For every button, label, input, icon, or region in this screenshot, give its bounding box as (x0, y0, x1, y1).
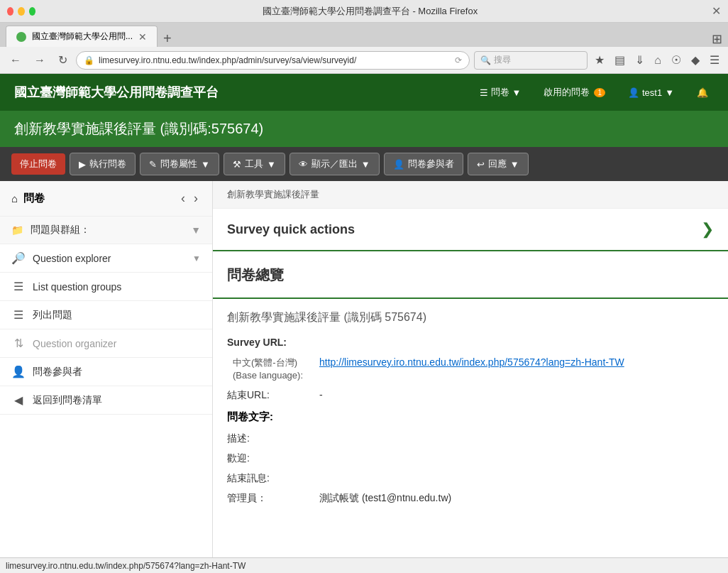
pocket-icon[interactable]: ◆ (688, 52, 702, 68)
tools-button[interactable]: ⚒ 工具 ▼ (224, 153, 285, 175)
header-nav: ☰ 問卷 ▼ 啟用的問卷 1 👤 test1 ▼ 🔔 (474, 83, 715, 102)
browser-title-bar: 國立臺灣師範大學公用問卷調查平台 - Mozilla Firefox ✕ (0, 0, 728, 23)
sidebar-item-question-organizer[interactable]: ⇅ Question organizer (0, 329, 212, 358)
end-url-row: 結束URL: - (227, 389, 714, 402)
question-organizer-icon: ⇅ (11, 337, 26, 350)
properties-button[interactable]: ✎ 問卷屬性 ▼ (140, 153, 219, 175)
browser-tab-active[interactable]: 國立臺灣師範大學公用問... ✕ (6, 26, 158, 47)
survey-url-link[interactable]: http://limesurvey.iro.ntnu.edu.tw/index.… (319, 356, 624, 368)
surveys-icon: ☰ (480, 87, 488, 98)
participants-sidebar-icon: 👤 (11, 365, 26, 378)
sidebar-item-participants[interactable]: 👤 問卷參與者 (0, 358, 212, 386)
run-survey-button[interactable]: ▶ 執行問卷 (70, 153, 136, 175)
bookmark-icon[interactable]: ★ (592, 52, 607, 68)
browser-search-box[interactable]: 🔍 搜尋 (474, 51, 588, 70)
participants-icon: 👤 (393, 159, 404, 170)
tab-grid-icon[interactable]: ⊞ (712, 31, 722, 47)
content-area: 創新教學實施課後評量 Survey quick actions ❯ 問卷總覽 創… (213, 181, 728, 573)
browser-title: 國立臺灣師範大學公用問卷調查平台 - Mozilla Firefox (35, 5, 705, 18)
overview-title: 問卷總覽 (227, 266, 714, 285)
page-title-bar: 創新教學實施課後評量 (識別碼:575674) (0, 111, 728, 147)
search-icon: 🔍 (480, 55, 491, 65)
sidebar-item-list-questions[interactable]: ☰ 列出問題 (0, 301, 212, 329)
tools-icon: ⚒ (233, 159, 241, 170)
address-refresh-icon[interactable]: ⟳ (455, 55, 462, 65)
action-toolbar: 停止問卷 ▶ 執行問卷 ✎ 問卷屬性 ▼ ⚒ 工具 ▼ 👁 顯示／匯出 ▼ 👤 … (0, 147, 728, 181)
browser-maximize-btn[interactable] (29, 7, 35, 16)
quick-actions-arrow: ❯ (701, 220, 714, 239)
participants-button[interactable]: 👤 問卷參與者 (384, 153, 463, 175)
tab-close-icon[interactable]: ✕ (138, 31, 147, 43)
list-groups-icon: ☰ (11, 280, 26, 293)
home-icon[interactable]: ⌂ (651, 53, 664, 68)
sidebar-item-list-groups[interactable]: ☰ List question groups (0, 273, 212, 301)
welcome-row: 歡迎: (227, 452, 714, 465)
sidebar-next-arrow[interactable]: › (191, 190, 201, 207)
question-explorer-arrow: ▼ (192, 253, 201, 263)
address-field[interactable]: 🔒 limesurvey.iro.ntnu.edu.tw/index.php/a… (76, 51, 470, 70)
folder-icon: 📁 (11, 224, 23, 236)
browser-status-bar: limesurvey.iro.ntnu.edu.tw/index.php/575… (0, 557, 728, 573)
menu-icon[interactable]: ☰ (707, 52, 722, 68)
app-header: 國立臺灣師範大學公用問卷調查平台 ☰ 問卷 ▼ 啟用的問卷 1 👤 test1 … (0, 74, 728, 111)
reader-icon[interactable]: ▤ (612, 52, 628, 68)
survey-overview: 問卷總覽 (213, 251, 728, 299)
nav-enabled[interactable]: 啟用的問卷 1 (538, 83, 611, 102)
browser-tab-bar: 國立臺灣師範大學公用問... ✕ + ⊞ (0, 23, 728, 47)
window-close-icon[interactable]: ✕ (712, 4, 721, 18)
nav-forward-button[interactable]: → (30, 53, 50, 68)
survey-name-row: 創新教學實施課後評量 (識別碼 575674) (227, 310, 714, 325)
sidebar: ⌂ 問卷 ‹ › 📁 問題與群組： ▼ 🔎 Question explorer … (0, 181, 213, 573)
surveys-label: 問卷 (491, 86, 509, 99)
enabled-label: 啟用的問卷 (544, 86, 590, 99)
stop-survey-button[interactable]: 停止問卷 (11, 153, 65, 175)
survey-quick-actions[interactable]: Survey quick actions ❯ (213, 209, 728, 251)
administrator-row: 管理員： 測試帳號 (test1@ntnu.edu.tw) (227, 492, 714, 505)
sidebar-groups-section: 📁 問題與群組： ▼ (0, 217, 212, 244)
nav-refresh-button[interactable]: ↻ (54, 52, 72, 68)
end-message-row: 結束訊息: (227, 472, 714, 485)
page-title: 創新教學實施課後評量 (識別碼:575674) (14, 121, 263, 136)
nav-user[interactable]: 👤 test1 ▼ (622, 84, 680, 101)
survey-text-title-row: 問卷文字: (227, 410, 714, 424)
nav-back-button[interactable]: ← (6, 53, 26, 68)
tab-title: 國立臺灣師範大學公用問... (32, 31, 133, 43)
quick-actions-title: Survey quick actions (227, 222, 355, 237)
responses-icon: ↩ (477, 159, 485, 170)
browser-minimize-btn[interactable] (18, 7, 24, 16)
browser-address-bar: ← → ↻ 🔒 limesurvey.iro.ntnu.edu.tw/index… (0, 47, 728, 74)
enabled-count-badge: 1 (594, 88, 605, 97)
list-questions-icon: ☰ (11, 308, 26, 322)
display-button[interactable]: 👁 顯示／匯出 ▼ (289, 153, 380, 175)
nav-surveys[interactable]: ☰ 問卷 ▼ (474, 83, 527, 102)
sidebar-nav-arrows: ‹ › (178, 190, 201, 207)
address-text: limesurvey.iro.ntnu.edu.tw/index.php/adm… (99, 55, 451, 65)
sidebar-prev-arrow[interactable]: ‹ (178, 190, 188, 207)
sidebar-item-question-explorer[interactable]: 🔎 Question explorer ▼ (0, 244, 212, 273)
description-label: 描述: (227, 432, 319, 445)
responses-button[interactable]: ↩ 回應 ▼ (468, 153, 529, 175)
survey-text-section: 問卷文字: 描述: 歡迎: 結束訊息: 管理員： 測試帳號 (test1@ntn… (227, 410, 714, 505)
main-layout: ⌂ 問卷 ‹ › 📁 問題與群組： ▼ 🔎 Question explorer … (0, 181, 728, 573)
end-message-label: 結束訊息: (227, 472, 319, 485)
responses-dropdown-icon: ▼ (510, 159, 519, 170)
surveys-dropdown-icon: ▼ (512, 87, 522, 98)
sidebar-item-back[interactable]: ◀ 返回到問卷清單 (0, 386, 212, 415)
administrator-label: 管理員： (227, 492, 319, 505)
shield-icon[interactable]: ☉ (668, 52, 684, 68)
user-label: test1 (642, 87, 662, 98)
tools-dropdown-icon: ▼ (267, 159, 276, 170)
survey-info: 創新教學實施課後評量 (識別碼 575674) Survey URL: 中文(繁… (213, 299, 728, 523)
browser-toolbar-icons: ★ ▤ ⇓ ⌂ ☉ ◆ ☰ (592, 52, 722, 68)
new-tab-button[interactable]: + (160, 31, 175, 47)
nav-notifications[interactable]: 🔔 (691, 84, 714, 101)
sidebar-survey-label: ⌂ 問卷 (11, 192, 45, 205)
sidebar-survey-header: ⌂ 問卷 ‹ › (0, 181, 212, 217)
end-url-value: - (319, 389, 323, 400)
browser-close-btn[interactable] (7, 7, 13, 16)
survey-text-title: 問卷文字: (227, 410, 273, 424)
search-placeholder: 搜尋 (494, 54, 511, 66)
download-icon[interactable]: ⇓ (632, 52, 647, 68)
display-dropdown-icon: ▼ (361, 159, 370, 170)
run-icon: ▶ (79, 159, 86, 170)
